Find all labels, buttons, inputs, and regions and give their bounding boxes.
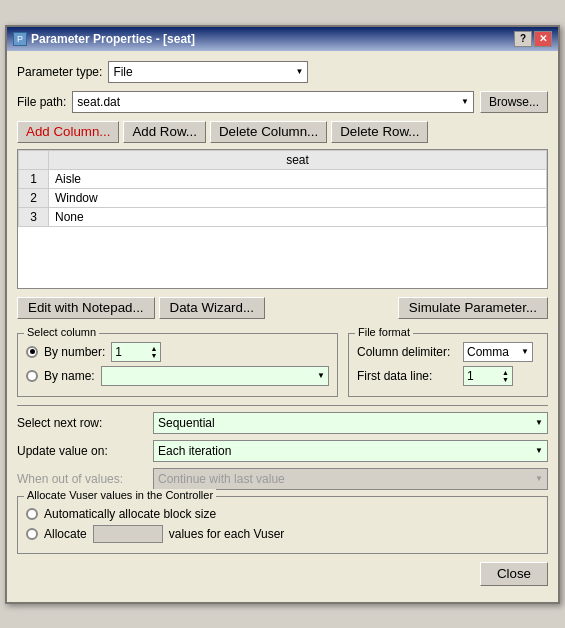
update-value-on-dropdown[interactable]: Each iteration ▼ xyxy=(153,440,548,462)
by-number-input[interactable]: 1 ▲▼ xyxy=(111,342,161,362)
manual-alloc-suffix: values for each Vuser xyxy=(169,527,285,541)
allocate-box-title: Allocate Vuser values in the Controller xyxy=(24,489,216,501)
seat-column-header[interactable]: seat xyxy=(49,150,547,169)
filepath-label: File path: xyxy=(17,95,66,109)
when-out-of-values-value: Continue with last value xyxy=(158,472,285,486)
dialog-content: Parameter type: File ▼ File path: seat.d… xyxy=(7,51,558,602)
window-icon: P xyxy=(13,32,27,46)
left-action-buttons: Edit with Notepad... Data Wizard... xyxy=(17,297,265,319)
column-delimiter-label: Column delimiter: xyxy=(357,345,457,359)
by-number-label: By number: xyxy=(44,345,105,359)
auto-alloc-row: Automatically allocate block size xyxy=(26,507,539,521)
when-out-of-values-arrow: ▼ xyxy=(535,474,543,483)
close-window-button[interactable]: ✕ xyxy=(534,31,552,47)
help-button[interactable]: ? xyxy=(514,31,532,47)
select-next-row-value: Sequential xyxy=(158,416,215,430)
separator-1 xyxy=(17,405,548,406)
select-next-row: Select next row: Sequential ▼ xyxy=(17,412,548,434)
param-type-label: Parameter type: xyxy=(17,65,102,79)
options-row: Select column By number: 1 ▲▼ By name: ▼ xyxy=(17,327,548,397)
file-format-title: File format xyxy=(355,326,413,338)
column-delimiter-value: Comma xyxy=(467,345,509,359)
first-data-line-row: First data line: 1 ▲▼ xyxy=(357,366,539,386)
first-data-line-value: 1 xyxy=(467,369,474,383)
browse-button[interactable]: Browse... xyxy=(480,91,548,113)
seat-value-3[interactable]: None xyxy=(49,207,547,226)
row-num-2: 2 xyxy=(19,188,49,207)
seat-value-1[interactable]: Aisle xyxy=(49,169,547,188)
param-type-dropdown[interactable]: File ▼ xyxy=(108,61,308,83)
table-row[interactable]: 3 None xyxy=(19,207,547,226)
delete-row-button[interactable]: Delete Row... xyxy=(331,121,428,143)
when-out-of-values-row: When out of values: Continue with last v… xyxy=(17,468,548,490)
row-num-1: 1 xyxy=(19,169,49,188)
update-value-on-arrow: ▼ xyxy=(535,446,543,455)
allocate-box: Allocate Vuser values in the Controller … xyxy=(17,496,548,554)
auto-alloc-radio[interactable] xyxy=(26,508,38,520)
by-name-radio[interactable] xyxy=(26,370,38,382)
action-buttons-row: Edit with Notepad... Data Wizard... Simu… xyxy=(17,297,548,319)
number-spinner[interactable]: ▲▼ xyxy=(150,345,157,359)
title-bar-left: P Parameter Properties - [seat] xyxy=(13,32,195,46)
first-line-spinner[interactable]: ▲▼ xyxy=(502,369,509,383)
simulate-button[interactable]: Simulate Parameter... xyxy=(398,297,548,319)
select-column-box: Select column By number: 1 ▲▼ By name: ▼ xyxy=(17,333,338,397)
select-next-row-dropdown[interactable]: Sequential ▼ xyxy=(153,412,548,434)
add-row-button[interactable]: Add Row... xyxy=(123,121,205,143)
select-next-row-label: Select next row: xyxy=(17,416,147,430)
column-delimiter-row: Column delimiter: Comma ▼ xyxy=(357,342,539,362)
delete-column-button[interactable]: Delete Column... xyxy=(210,121,327,143)
filepath-value: seat.dat xyxy=(77,95,120,109)
alloc-input-field[interactable] xyxy=(93,525,163,543)
update-value-on-value: Each iteration xyxy=(158,444,231,458)
param-type-row: Parameter type: File ▼ xyxy=(17,61,548,83)
auto-alloc-label: Automatically allocate block size xyxy=(44,507,216,521)
by-number-row: By number: 1 ▲▼ xyxy=(26,342,329,362)
by-name-row: By name: ▼ xyxy=(26,366,329,386)
manual-alloc-radio[interactable] xyxy=(26,528,38,540)
table-row[interactable]: 2 Window xyxy=(19,188,547,207)
filepath-arrow[interactable]: ▼ xyxy=(461,97,469,106)
seat-value-2[interactable]: Window xyxy=(49,188,547,207)
close-row: Close xyxy=(17,562,548,592)
row-num-header xyxy=(19,150,49,169)
data-table-container: seat 1 Aisle 2 Window 3 None xyxy=(17,149,548,289)
window-title: Parameter Properties - [seat] xyxy=(31,32,195,46)
first-data-line-input[interactable]: 1 ▲▼ xyxy=(463,366,513,386)
when-out-of-values-label: When out of values: xyxy=(17,472,147,486)
first-data-line-label: First data line: xyxy=(357,369,457,383)
column-delimiter-dropdown[interactable]: Comma ▼ xyxy=(463,342,533,362)
select-next-row-arrow: ▼ xyxy=(535,418,543,427)
param-type-arrow: ▼ xyxy=(295,67,303,76)
by-number-value: 1 xyxy=(115,345,122,359)
file-format-box: File format Column delimiter: Comma ▼ Fi… xyxy=(348,333,548,397)
title-bar: P Parameter Properties - [seat] ? ✕ xyxy=(7,27,558,51)
data-table: seat 1 Aisle 2 Window 3 None xyxy=(18,150,547,227)
main-window: P Parameter Properties - [seat] ? ✕ Para… xyxy=(5,25,560,604)
by-name-dropdown[interactable]: ▼ xyxy=(101,366,329,386)
when-out-of-values-dropdown[interactable]: Continue with last value ▼ xyxy=(153,468,548,490)
close-button[interactable]: Close xyxy=(480,562,548,586)
add-column-button[interactable]: Add Column... xyxy=(17,121,119,143)
manual-alloc-label: Allocate xyxy=(44,527,87,541)
update-value-on-label: Update value on: xyxy=(17,444,147,458)
select-column-title: Select column xyxy=(24,326,99,338)
toolbar-row: Add Column... Add Row... Delete Column..… xyxy=(17,121,548,143)
title-buttons: ? ✕ xyxy=(514,31,552,47)
update-value-on-row: Update value on: Each iteration ▼ xyxy=(17,440,548,462)
by-name-arrow: ▼ xyxy=(317,371,325,380)
data-wizard-button[interactable]: Data Wizard... xyxy=(159,297,265,319)
edit-notepad-button[interactable]: Edit with Notepad... xyxy=(17,297,155,319)
column-delimiter-arrow: ▼ xyxy=(521,347,529,356)
manual-alloc-row: Allocate values for each Vuser xyxy=(26,525,539,543)
by-number-radio[interactable] xyxy=(26,346,38,358)
filepath-row: File path: seat.dat ▼ Browse... xyxy=(17,91,548,113)
param-type-value: File xyxy=(113,65,132,79)
row-num-3: 3 xyxy=(19,207,49,226)
table-row[interactable]: 1 Aisle xyxy=(19,169,547,188)
by-name-label: By name: xyxy=(44,369,95,383)
